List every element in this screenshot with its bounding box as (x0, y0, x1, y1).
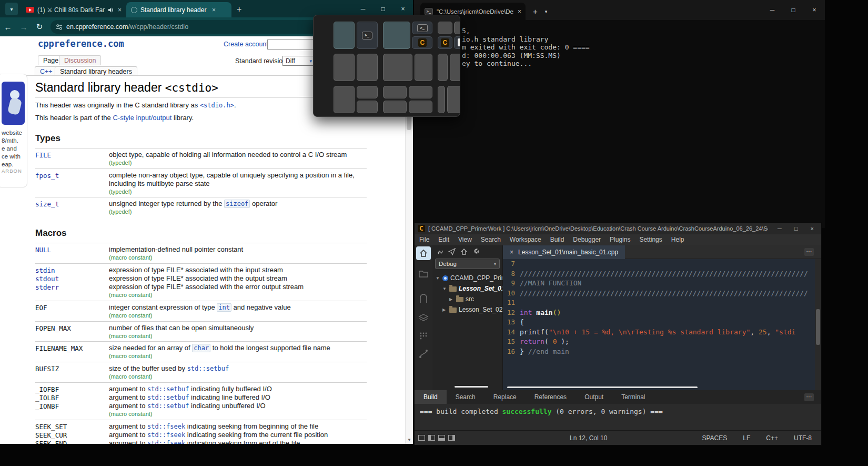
browser-tab-youtube[interactable]: (1) ⚔ Chill 80s Dark Fantas × (21, 2, 126, 17)
snap-zone[interactable] (409, 86, 432, 98)
inline-code-link[interactable]: std::fseek (147, 431, 185, 439)
minimize-icon[interactable]: ─ (762, 6, 783, 14)
bookmark-view-icon[interactable] (418, 294, 429, 304)
standard-revision-select[interactable]: Diff▾ (282, 56, 315, 66)
snap-zone[interactable]: C (412, 36, 432, 49)
snap-zone[interactable] (334, 54, 355, 81)
permissions-icon[interactable] (56, 24, 63, 31)
chevron-right-icon[interactable]: ▶ (449, 297, 454, 302)
wrench-icon[interactable] (472, 248, 480, 255)
workspace-view-button[interactable] (416, 246, 431, 260)
statusbar-item[interactable]: UTF-8 (794, 434, 812, 442)
inline-code-link[interactable]: std::fseek (147, 423, 185, 430)
inline-code-link[interactable]: std::setbuf (147, 385, 189, 393)
scroll-down-icon[interactable]: ▼ (407, 438, 411, 442)
snap-zone[interactable]: N (454, 36, 460, 49)
tab-close-icon[interactable]: × (212, 6, 216, 14)
minimize-icon[interactable]: ─ (778, 225, 782, 232)
close-icon[interactable]: × (811, 225, 814, 232)
pane-overflow-button[interactable]: ⋯ (804, 393, 814, 401)
snap-layout-option[interactable] (438, 54, 460, 81)
menu-item-edit[interactable]: Edit (438, 236, 449, 243)
statusbar-item[interactable]: C++ (766, 434, 778, 442)
snap-layout-option[interactable] (334, 86, 378, 113)
layers-icon[interactable] (418, 313, 429, 323)
minimize-icon[interactable]: ─ (353, 5, 373, 13)
snap-layout-option[interactable] (383, 54, 432, 81)
menu-item-plugins[interactable]: Plugins (610, 236, 630, 243)
inline-link[interactable]: C-style input/output (113, 114, 171, 122)
name-link[interactable]: FILE (35, 151, 109, 160)
snap-layout-option[interactable] (438, 86, 460, 113)
snap-zone[interactable] (334, 86, 355, 113)
snap-zone[interactable] (415, 54, 432, 81)
layout-toggle-icon[interactable] (428, 435, 435, 441)
route-icon[interactable] (418, 349, 429, 359)
name-link[interactable]: stdin (35, 266, 109, 275)
terminal-tab-dropdown-icon[interactable]: ▾ (545, 9, 548, 14)
snap-zone[interactable] (334, 22, 355, 49)
bottom-tab-build[interactable]: Build (415, 390, 447, 404)
editor-hscrollbar-thumb[interactable] (507, 386, 698, 388)
tab-close-icon[interactable]: × (118, 6, 122, 14)
tab-audio-icon[interactable] (108, 7, 114, 13)
menu-item-settings[interactable]: Settings (639, 236, 662, 243)
snap-zone[interactable] (383, 22, 410, 49)
snap-zone[interactable] (383, 86, 407, 98)
name-link[interactable]: fpos_t (35, 172, 109, 180)
tab-close-icon[interactable]: × (518, 8, 521, 15)
inline-code-link[interactable]: std::setbuf (147, 402, 189, 410)
code-area[interactable]: 78//////////////////////////////////////… (503, 259, 815, 385)
snap-zone[interactable] (383, 54, 412, 81)
layout-toggle-icon[interactable] (438, 435, 445, 441)
snap-layout-option[interactable] (334, 54, 378, 81)
snap-zone[interactable] (447, 86, 460, 113)
close-icon[interactable]: × (393, 5, 413, 13)
folder-view-icon[interactable] (418, 269, 429, 279)
bottom-tab-search[interactable]: Search (447, 390, 485, 404)
tree-item[interactable]: ▼Lesson_Set_01 (432, 283, 502, 294)
scrollbar-thumb[interactable] (816, 309, 820, 345)
tree-item[interactable]: ▼CCAMD_CPP_Prim (432, 273, 502, 283)
menu-item-build[interactable]: Build (550, 236, 564, 243)
maximize-icon[interactable]: □ (794, 225, 798, 232)
tab-list-button[interactable]: ▾ (5, 3, 18, 15)
snap-zone[interactable]: >_ (357, 22, 378, 49)
tab-discussion[interactable]: Discussion (59, 55, 101, 65)
name-link[interactable]: stdout (35, 275, 109, 283)
bottom-tab-replace[interactable]: Replace (485, 390, 526, 404)
bottom-tab-references[interactable]: References (526, 390, 576, 404)
inline-code-link[interactable]: <stdio.h> (200, 102, 234, 109)
snap-layout-option[interactable]: CN (438, 22, 460, 49)
snap-layout-option[interactable]: >_C (383, 22, 432, 49)
chevron-down-icon[interactable]: ▼ (436, 276, 440, 281)
maximize-icon[interactable]: □ (783, 6, 804, 14)
create-account-link[interactable]: Create account (224, 41, 268, 48)
snap-layout-option[interactable] (383, 86, 432, 113)
inline-code-box[interactable]: sizeof (224, 200, 250, 208)
chevron-right-icon[interactable]: ▶ (442, 308, 447, 312)
snap-zone[interactable] (438, 86, 445, 113)
menu-item-file[interactable]: File (419, 236, 429, 243)
reload-icon[interactable]: ↻ (32, 22, 47, 32)
name-link[interactable]: stderr (35, 283, 109, 292)
browser-tab-cppreference[interactable]: Standard library header <cstdi × (126, 2, 231, 17)
send-icon[interactable] (448, 248, 456, 255)
tab-close-icon[interactable]: × (510, 249, 513, 256)
name-link[interactable]: size_t (35, 200, 109, 209)
site-logo[interactable]: cppreference.com (38, 38, 124, 49)
snap-zone[interactable] (409, 101, 432, 113)
snap-zone[interactable] (454, 22, 460, 34)
snap-zone[interactable] (450, 54, 460, 81)
tree-item[interactable]: ▶src (432, 294, 502, 304)
inline-code-link[interactable]: std::setbuf (147, 394, 189, 401)
snap-zone[interactable]: C (438, 36, 452, 49)
editor-tab[interactable]: × Lesson_Set_01\main_basic_01.cpp (503, 245, 625, 259)
new-tab-button[interactable]: + (237, 5, 241, 14)
chevron-down-icon[interactable]: ▼ (442, 286, 447, 291)
forward-icon[interactable]: → (16, 23, 32, 32)
name-link[interactable]: NULL (35, 246, 109, 254)
inline-code-link[interactable]: std::setbuf (187, 365, 229, 372)
home-small-icon[interactable] (460, 248, 468, 255)
inline-code-link[interactable]: std::fseek (147, 440, 185, 444)
